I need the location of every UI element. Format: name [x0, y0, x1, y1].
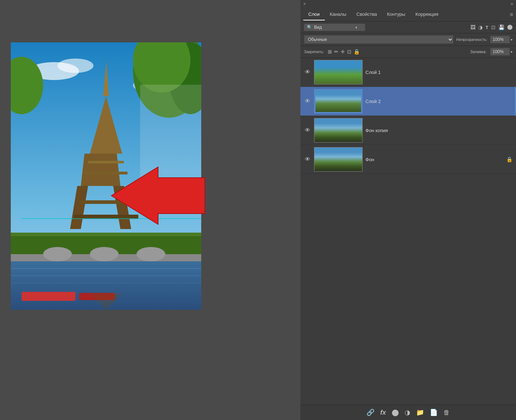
tab-channels[interactable]: Каналы [325, 9, 351, 20]
fill-label: Заливка: [470, 50, 487, 54]
save-icon[interactable]: 💾 [498, 24, 505, 30]
layer-item-bg-copy[interactable]: 👁 Фон копия [300, 116, 516, 145]
panel-top-bar: × « [300, 0, 516, 8]
svg-marker-32 [111, 167, 205, 224]
fill-dropdown-arrow[interactable]: ▾ [511, 50, 512, 54]
fx-icon[interactable]: fx [380, 409, 386, 416]
layer-name-bg-copy: Фон копия [365, 128, 512, 133]
svg-point-23 [137, 247, 165, 261]
layer-name-2: Слой 2 [365, 99, 512, 104]
lock-crop-icon[interactable]: ⊡ [347, 49, 351, 55]
lock-grid-icon[interactable]: ⊞ [328, 49, 332, 55]
layer-visibility-bg[interactable]: 👁 [304, 156, 311, 163]
new-group-icon[interactable]: 📁 [416, 409, 424, 416]
opacity-value[interactable]: 100% [490, 36, 510, 43]
blend-mode-row: Обычные Непрозрачность: 100% ▾ [300, 33, 516, 46]
tab-correction[interactable]: Коррекция [410, 9, 443, 20]
layer-item-1[interactable]: 👁 Слой 1 [300, 58, 516, 87]
panel-menu-icon[interactable]: ≡ [510, 11, 513, 18]
layer-item-bg[interactable]: 👁 Фон 🔒 [300, 145, 516, 174]
collapse-button[interactable]: « [511, 1, 513, 6]
layer-visibility-bg-copy[interactable]: 👁 [304, 127, 311, 134]
transform-icon[interactable]: ⊡ [491, 24, 496, 30]
layers-list: 👁 Слой 1 👁 Слой 2 👁 Фон копия [300, 58, 516, 405]
layer-item-2[interactable]: 👁 Слой 2 [300, 87, 516, 116]
panel-bottom-toolbar: 🔗 fx ⬤ ◑ 📁 📄 🗑 [300, 405, 516, 420]
text-icon[interactable]: T [485, 25, 488, 30]
lock-padlock-icon[interactable]: 🔒 [354, 49, 360, 55]
svg-rect-28 [22, 292, 75, 301]
search-input[interactable] [314, 25, 354, 30]
lock-brush-icon[interactable]: ✏ [334, 49, 338, 55]
lock-label: Закрепить: [304, 50, 324, 54]
opacity-label: Непрозрачность: [456, 37, 487, 42]
layer-thumb-bg-copy [314, 118, 363, 143]
layer-thumbnail-image-bg [314, 148, 362, 171]
layer-visibility-1[interactable]: 👁 [304, 69, 311, 75]
add-mask-icon[interactable]: ⬤ [392, 409, 399, 416]
svg-rect-17 [88, 161, 124, 163]
search-icon: 🔍 [307, 25, 312, 30]
layer-name-1: Слой 1 [365, 70, 512, 75]
layer-thumbnail-image-bg-copy [314, 118, 362, 142]
layer-thumb-2 [314, 89, 363, 113]
toolbar-icons: 🖼 ◑ T ⊡ 💾 [470, 24, 512, 30]
layer-lock-icon: 🔒 [506, 157, 512, 162]
close-button[interactable]: × [303, 1, 306, 6]
layer-visibility-2[interactable]: 👁 [304, 98, 311, 104]
blend-mode-select[interactable]: Обычные [304, 35, 453, 44]
tab-properties[interactable]: Свойства [351, 9, 382, 20]
svg-point-22 [90, 247, 119, 261]
panel-toolbar: 🔍 ▾ 🖼 ◑ T ⊡ 💾 [300, 22, 516, 33]
panel-tabs: Слои Каналы Свойства Контуры Коррекция ≡ [300, 8, 516, 22]
tab-paths[interactable]: Контуры [382, 9, 410, 20]
fill-value[interactable]: 100% [490, 48, 510, 56]
layer-name-bg: Фон [365, 157, 503, 162]
tab-layers[interactable]: Слои [303, 9, 325, 20]
layer-thumbnail-image-1 [314, 60, 362, 84]
lock-row: Закрепить: ⊞ ✏ ✛ ⊡ 🔒 Заливка: 100% ▾ [300, 46, 516, 58]
search-box[interactable]: 🔍 ▾ [304, 24, 365, 31]
svg-point-2 [57, 59, 93, 73]
opacity-dropdown-arrow[interactable]: ▾ [511, 38, 512, 42]
svg-point-21 [43, 247, 72, 261]
image-icon[interactable]: 🖼 [470, 24, 475, 30]
search-dropdown-arrow[interactable]: ▾ [355, 25, 357, 29]
lock-move-icon[interactable]: ✛ [341, 49, 345, 55]
link-icon[interactable]: 🔗 [367, 409, 374, 416]
new-layer-icon[interactable]: 📄 [430, 409, 438, 416]
layers-panel: × « Слои Каналы Свойства Контуры Коррекц… [300, 0, 516, 420]
delete-layer-icon[interactable]: 🗑 [443, 409, 450, 416]
color-circle [507, 25, 512, 30]
layer-thumb-1 [314, 60, 363, 84]
arrow-overlay [104, 163, 212, 228]
layer-thumbnail-image-2 [315, 90, 362, 113]
lock-icons: ⊞ ✏ ✛ ⊡ 🔒 [328, 49, 360, 55]
circle-half-icon[interactable]: ◑ [478, 24, 483, 30]
layer-thumb-bg [314, 147, 363, 172]
adjustment-icon[interactable]: ◑ [405, 409, 410, 416]
canvas-area [0, 0, 205, 420]
